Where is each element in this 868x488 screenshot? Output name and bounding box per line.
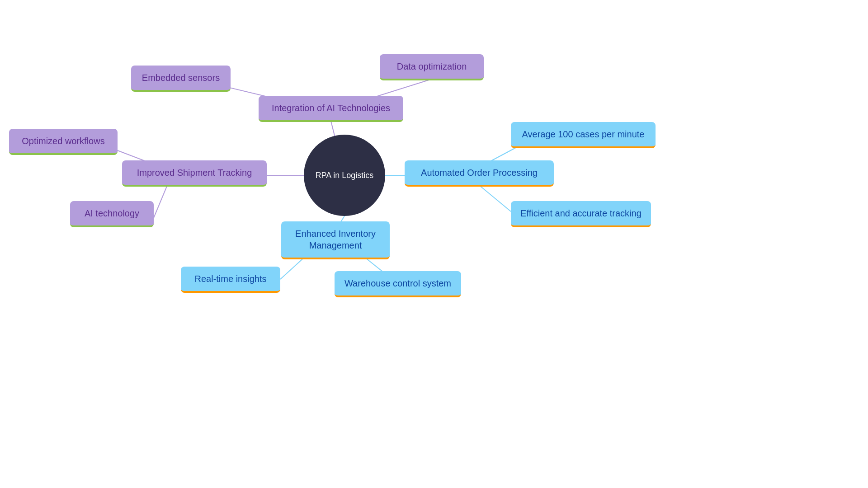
node-embedded-sensors: Embedded sensors <box>131 66 231 92</box>
node-inventory-mgmt: Enhanced Inventory Management <box>281 221 390 259</box>
node-shipment-tracking: Improved Shipment Tracking <box>122 160 267 187</box>
center-node: RPA in Logistics <box>304 135 385 216</box>
node-realtime-insights: Real-time insights <box>181 267 280 293</box>
svg-line-8 <box>479 185 511 211</box>
node-optimized-workflows: Optimized workflows <box>9 129 118 155</box>
node-average-cases: Average 100 cases per minute <box>511 122 656 148</box>
svg-line-5 <box>154 185 167 218</box>
node-ai-integration: Integration of AI Technologies <box>259 96 403 122</box>
node-ai-technology: AI technology <box>70 201 154 227</box>
node-warehouse-control: Warehouse control system <box>335 271 461 297</box>
node-efficient-tracking: Efficient and accurate tracking <box>511 201 651 227</box>
node-data-optimization: Data optimization <box>380 54 484 80</box>
center-label: RPA in Logistics <box>316 171 374 180</box>
node-automated-order: Automated Order Processing <box>405 160 554 187</box>
